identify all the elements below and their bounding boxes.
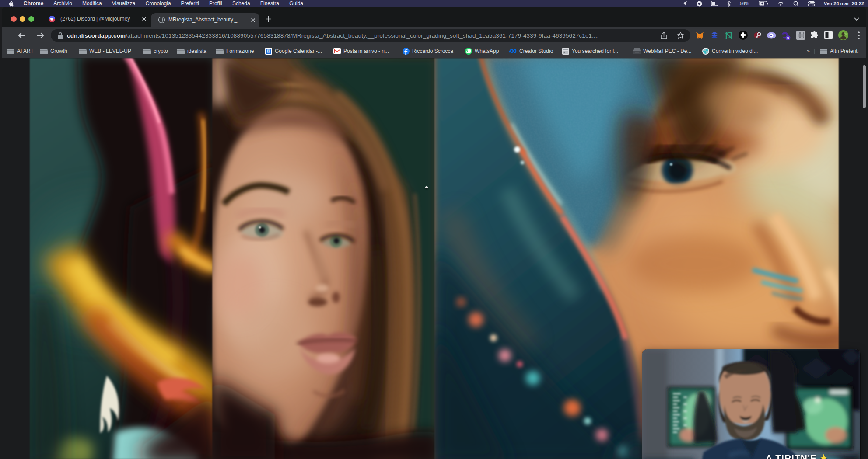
svg-text:31: 31 xyxy=(267,49,270,52)
svg-text:5: 5 xyxy=(787,36,789,40)
